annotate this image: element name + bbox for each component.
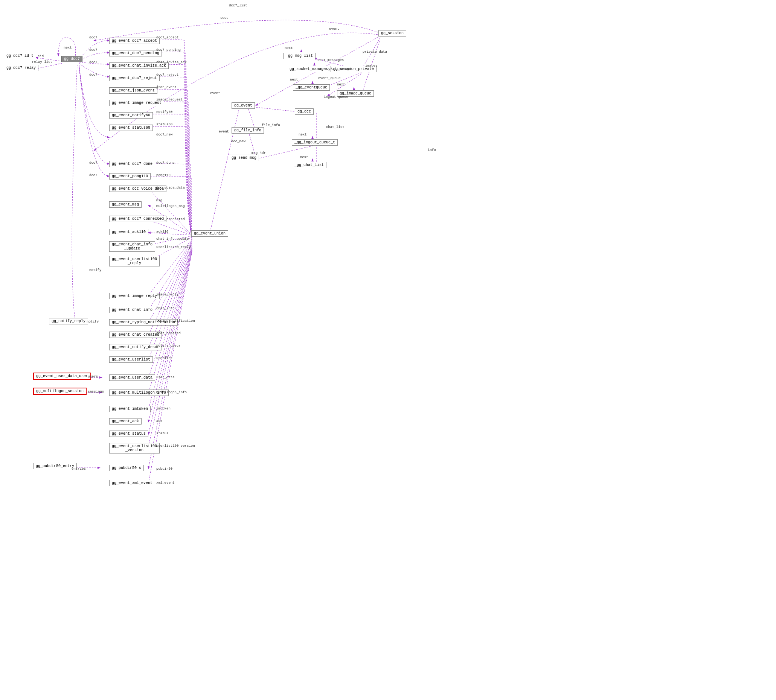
label-event-queue: event_queue: [318, 77, 340, 80]
label-imgout-queue: imgout_queue: [324, 95, 348, 99]
node-gg-msg-list: _gg_msg_list: [283, 53, 315, 59]
node-gg-dcc: gg_dcc: [295, 108, 314, 115]
label-dcc7-5: dcc7: [89, 161, 97, 165]
label-notify-2: notify: [87, 320, 98, 324]
label-dcc7-1: dcc7: [89, 36, 97, 40]
svg-line-22: [209, 107, 239, 235]
label-dcc7-6: dcc7: [89, 173, 97, 177]
label-entries: entries: [72, 467, 86, 471]
label-pubdir50: pubdir50: [156, 467, 172, 471]
node-gg-event-ack: gg_event_ack: [109, 418, 142, 425]
label-dcc7new: dcc7_new: [156, 133, 172, 137]
label-info: info: [428, 148, 436, 152]
node-gg-chat-list: _gg_chat_list: [292, 162, 326, 168]
label-xml-event: xml_event: [156, 481, 175, 485]
node-gg-eventqueue: _gg_eventqueue: [293, 84, 330, 91]
node-gg-event-dcc7-pending: gg_event_dcc7_pending: [109, 50, 162, 57]
label-event-2: event: [219, 130, 229, 133]
node-gg-pubdir50-s: gg_pubdir50_s: [109, 465, 144, 471]
label-status60: status60: [156, 123, 172, 127]
label-notify-1: notify: [89, 268, 101, 272]
node-gg-event-status: gg_event_status: [109, 430, 149, 437]
label-typing-notification: typing_notification: [156, 319, 195, 323]
label-ack110: ack110: [156, 230, 168, 234]
node-gg-event-pong110: gg_event_pong110: [109, 173, 150, 180]
label-imtoken: imtoken: [156, 407, 170, 411]
node-gg-event-chat-created: gg_event_chat_created: [109, 332, 162, 338]
label-file-info: file_info: [262, 123, 280, 127]
node-gg-send-msg: gg_send_msg: [229, 155, 259, 161]
label-dcc7-4: dcc7: [89, 73, 97, 77]
node-gg-event-union: gg_event_union: [191, 230, 228, 237]
label-next-chat-list: next: [300, 155, 309, 159]
label-notify-descr: notify_descr: [156, 344, 181, 348]
label-sent-messages: sent_messages: [317, 58, 344, 62]
label-private-data: private_data: [362, 50, 387, 54]
node-gg-event-notify-descr: gg_event_notify_descr: [109, 344, 162, 350]
node-gg-imgout-queue-t: _gg_imgout_queue_t: [292, 139, 338, 146]
node-gg-event-user-data-user: gg_event_user_data_user: [33, 373, 91, 380]
label-dcc7connected: dcc7_connected: [156, 218, 185, 221]
node-gg-pubdir50-entry: gg_pubdir50_entry: [33, 463, 77, 469]
label-next-msg-list: next: [285, 46, 293, 50]
label-json-event: json_event: [156, 85, 177, 89]
node-gg-event-notify60: gg_event_notify60: [109, 112, 153, 118]
label-dcc-voice-data: dcc_voice_data: [156, 186, 185, 190]
node-gg-file-info: gg_file_info: [232, 127, 264, 133]
node-gg-event-xml-event: gg_event_xml_event: [109, 480, 155, 486]
label-next-dcc7: next: [63, 46, 72, 50]
node-gg-event-dcc7-done: gg_event_dcc7_done: [109, 161, 155, 167]
node-gg-notify-reply: gg_notify_reply: [49, 318, 88, 324]
label-next-imgout: next: [299, 133, 307, 137]
node-gg-event-userlist: gg_event_userlist: [109, 357, 153, 363]
label-image-request: image_request: [156, 98, 183, 102]
label-socket-manager: socket_manager: [325, 67, 353, 71]
label-event-3: event: [329, 27, 339, 31]
label-image-reply: image_reply: [156, 293, 179, 297]
node-gg-event-chat-info-update: gg_event_chat_info_update: [109, 241, 155, 252]
label-dcc7-2: dcc7: [89, 48, 97, 52]
svg-line-18: [149, 248, 192, 434]
label-multilogon-info: multilogon_info: [156, 391, 187, 394]
label-notify60: notify60: [156, 110, 172, 114]
node-gg-event-msg: gg_event_msg: [109, 201, 142, 208]
label-status: status: [156, 432, 168, 435]
svg-line-16: [149, 247, 192, 410]
label-msg-hdr: msg_hdr: [252, 151, 266, 155]
node-gg-dcc7-id-t: gg_dcc7_id_t: [4, 53, 36, 59]
label-dcc7accept: dcc7_accept: [156, 36, 179, 40]
label-multilogon-msg: multilogon_msg: [156, 204, 185, 208]
label-userlist: userlist: [156, 357, 172, 360]
node-gg-event-dcc7-accept: gg_event_dcc7_accept: [109, 38, 160, 44]
svg-line-40: [256, 107, 301, 112]
label-users: users: [88, 375, 98, 378]
node-gg-dcc7-relay: gg_dcc7_relay: [4, 65, 38, 71]
label-next-image-queue: next: [337, 83, 345, 87]
svg-line-4: [149, 220, 192, 235]
svg-line-5: [149, 233, 192, 235]
node-gg-event-json-event: gg_event_json_event: [109, 87, 157, 94]
node-gg-session: gg_session: [379, 30, 406, 37]
svg-line-1: [36, 63, 62, 69]
label-relay-list: relay_list: [32, 60, 52, 64]
svg-line-23: [249, 109, 255, 130]
node-gg-dcc7: gg_dcc7: [62, 56, 82, 62]
label-userlist100-version: userlist100_version: [156, 444, 195, 448]
node-gg-event-userlist100-version: gg_event_userlist100_version: [109, 443, 160, 453]
label-cid: cid: [38, 55, 44, 58]
label-msg: msg: [156, 199, 162, 202]
label-sessions: sessions: [88, 390, 104, 394]
node-gg-event-status60: gg_event_status60: [109, 125, 153, 131]
node-gg-event-dcc7-reject: gg_event_dcc7_reject: [109, 75, 160, 81]
label-pong110: pong110: [156, 173, 170, 177]
label-sess: sess: [220, 16, 229, 20]
svg-line-2: [149, 188, 192, 235]
label-user-data: user_data: [156, 376, 175, 379]
label-chat-created: chat_created: [156, 332, 181, 335]
label-dcc7-3: dcc7: [89, 61, 97, 64]
label-dcc7pending: dcc7_pending: [156, 48, 181, 52]
node-gg-event-chat-info: gg_event_chat_info: [109, 307, 155, 313]
label-chat-invite-ack: chat_invite_ack: [156, 61, 187, 64]
label-images: images: [365, 64, 377, 68]
label-userlist100-reply: userlist100_reply: [156, 245, 191, 249]
